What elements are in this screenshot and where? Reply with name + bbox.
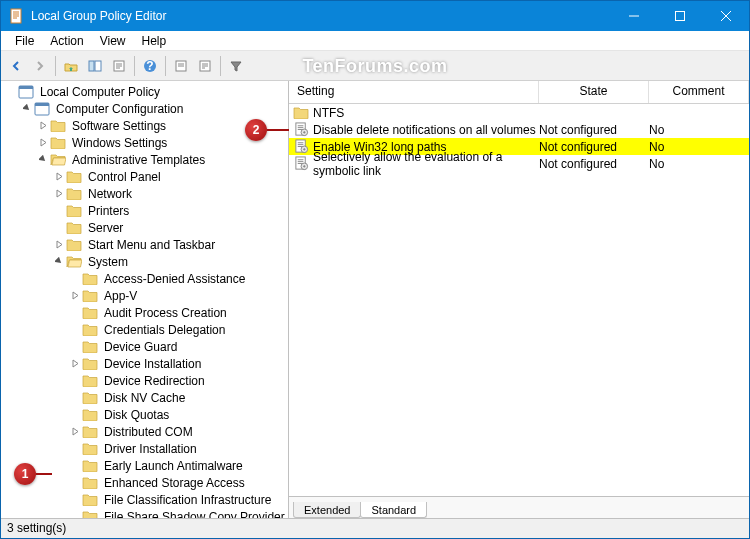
folder-icon xyxy=(66,187,82,201)
tree-node-dg[interactable]: Device Guard xyxy=(1,338,288,355)
menu-action[interactable]: Action xyxy=(42,33,91,49)
filter-button-1[interactable] xyxy=(170,55,192,77)
console-icon xyxy=(18,85,34,99)
tree-node-dq[interactable]: Disk Quotas xyxy=(1,406,288,423)
folder-icon xyxy=(82,374,98,388)
expand-icon[interactable] xyxy=(53,172,66,181)
expand-icon[interactable] xyxy=(37,121,50,130)
collapse-icon[interactable] xyxy=(21,104,34,113)
tree-node-fci[interactable]: File Classification Infrastructure xyxy=(1,491,288,508)
tree-label: Software Settings xyxy=(70,119,168,133)
folder-icon xyxy=(66,204,82,218)
tree-label: Driver Installation xyxy=(102,442,199,456)
expand-icon[interactable] xyxy=(53,240,66,249)
collapse-icon[interactable] xyxy=(37,155,50,164)
folder-icon xyxy=(82,323,98,337)
menu-bar: File Action View Help xyxy=(1,31,749,51)
tree-label: System xyxy=(86,255,130,269)
cell-state: Not configured xyxy=(539,123,649,137)
tree-node-elam[interactable]: Early Launch Antimalware xyxy=(1,457,288,474)
tree-label: Enhanced Storage Access xyxy=(102,476,247,490)
tab-extended[interactable]: Extended xyxy=(293,502,361,518)
tree-node-esa[interactable]: Enhanced Storage Access xyxy=(1,474,288,491)
console-icon xyxy=(34,102,50,116)
tree-node-pr[interactable]: Printers xyxy=(1,202,288,219)
folder-icon xyxy=(82,493,98,507)
expand-icon[interactable] xyxy=(69,291,82,300)
tree-node-appv[interactable]: App-V xyxy=(1,287,288,304)
folder-icon xyxy=(82,306,98,320)
tree-node-nw[interactable]: Network xyxy=(1,185,288,202)
minimize-button[interactable] xyxy=(611,1,657,31)
tree-node-root[interactable]: Local Computer Policy xyxy=(1,83,288,100)
tree-node-apc[interactable]: Audit Process Creation xyxy=(1,304,288,321)
tree-label: Server xyxy=(86,221,125,235)
toolbar: TenForums.com xyxy=(1,51,749,81)
tree-node-dr[interactable]: Device Redirection xyxy=(1,372,288,389)
expand-icon[interactable] xyxy=(69,427,82,436)
tree-node-dri[interactable]: Driver Installation xyxy=(1,440,288,457)
list-rows: NTFSDisable delete notifications on all … xyxy=(289,104,749,496)
svg-rect-9 xyxy=(89,61,94,71)
close-button[interactable] xyxy=(703,1,749,31)
properties-button[interactable] xyxy=(108,55,130,77)
back-button[interactable] xyxy=(5,55,27,77)
tree-label: Distributed COM xyxy=(102,425,195,439)
cell-setting: Disable delete notifications on all volu… xyxy=(311,123,539,137)
tree-node-cc[interactable]: Computer Configuration xyxy=(1,100,288,117)
list-row[interactable]: Disable delete notifications on all volu… xyxy=(289,121,749,138)
tree-node-cp[interactable]: Control Panel xyxy=(1,168,288,185)
tree-label: Printers xyxy=(86,204,131,218)
list-row[interactable]: Selectively allow the evaluation of a sy… xyxy=(289,155,749,172)
tree-node-sys[interactable]: System xyxy=(1,253,288,270)
tree-node-smt[interactable]: Start Menu and Taskbar xyxy=(1,236,288,253)
tree-node-at[interactable]: Administrative Templates xyxy=(1,151,288,168)
tree-label: Device Guard xyxy=(102,340,179,354)
folder-icon xyxy=(50,119,66,133)
help-button[interactable] xyxy=(139,55,161,77)
status-bar: 3 setting(s) xyxy=(1,518,749,538)
tree-label: Computer Configuration xyxy=(54,102,185,116)
policy-icon xyxy=(291,139,311,154)
tab-standard[interactable]: Standard xyxy=(360,502,427,518)
list-header: Setting State Comment xyxy=(289,81,749,104)
tree-label: Network xyxy=(86,187,134,201)
expand-icon[interactable] xyxy=(37,138,50,147)
watermark: TenForums.com xyxy=(302,55,447,76)
show-hide-tree-button[interactable] xyxy=(84,55,106,77)
folder-icon xyxy=(82,391,98,405)
folder-open-icon xyxy=(66,255,82,269)
menu-help[interactable]: Help xyxy=(134,33,175,49)
list-row[interactable]: NTFS xyxy=(289,104,749,121)
collapse-icon[interactable] xyxy=(53,257,66,266)
column-setting[interactable]: Setting xyxy=(289,81,539,103)
up-button[interactable] xyxy=(60,55,82,77)
tree-node-ada[interactable]: Access-Denied Assistance xyxy=(1,270,288,287)
tree-node-ws[interactable]: Windows Settings xyxy=(1,134,288,151)
maximize-button[interactable] xyxy=(657,1,703,31)
expand-icon[interactable] xyxy=(53,189,66,198)
tree-node-fsscp[interactable]: File Share Shadow Copy Provider xyxy=(1,508,288,518)
tree-node-dcom[interactable]: Distributed COM xyxy=(1,423,288,440)
cell-state: Not configured xyxy=(539,157,649,171)
list-pane: Setting State Comment NTFSDisable delete… xyxy=(289,81,749,518)
tree-pane[interactable]: Local Computer PolicyComputer Configurat… xyxy=(1,81,289,518)
policy-icon xyxy=(291,122,311,137)
tree-node-dnc[interactable]: Disk NV Cache xyxy=(1,389,288,406)
column-comment[interactable]: Comment xyxy=(649,81,749,103)
tree-node-sv[interactable]: Server xyxy=(1,219,288,236)
tree-label: Audit Process Creation xyxy=(102,306,229,320)
tree-node-cd[interactable]: Credentials Delegation xyxy=(1,321,288,338)
tree-label: File Classification Infrastructure xyxy=(102,493,273,507)
column-state[interactable]: State xyxy=(539,81,649,103)
forward-button[interactable] xyxy=(29,55,51,77)
filter-button-3[interactable] xyxy=(225,55,247,77)
folder-icon xyxy=(82,408,98,422)
filter-button-2[interactable] xyxy=(194,55,216,77)
menu-file[interactable]: File xyxy=(7,33,42,49)
tree-node-di[interactable]: Device Installation xyxy=(1,355,288,372)
folder-icon xyxy=(82,459,98,473)
menu-view[interactable]: View xyxy=(92,33,134,49)
expand-icon[interactable] xyxy=(69,359,82,368)
folder-icon xyxy=(82,272,98,286)
